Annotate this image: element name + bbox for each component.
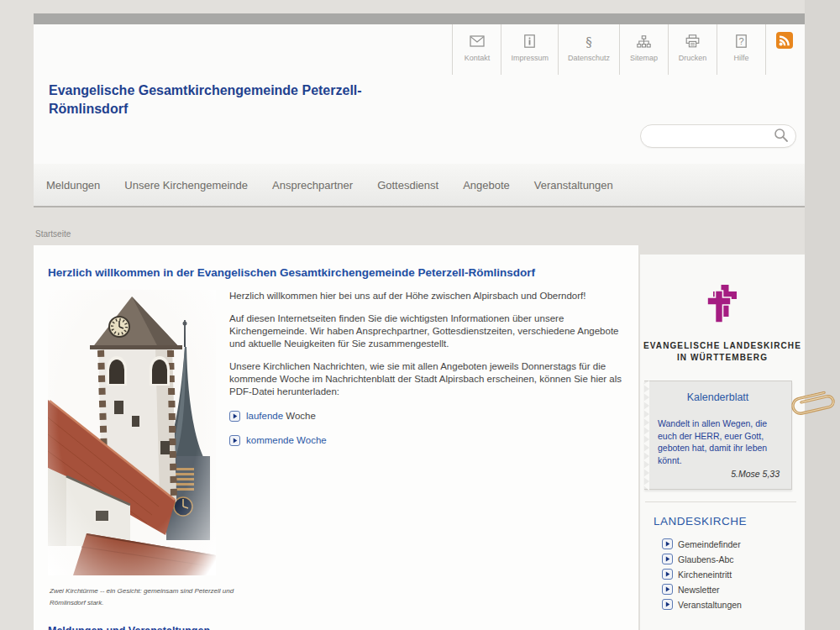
svg-text:?: ? bbox=[738, 36, 743, 46]
search-button[interactable] bbox=[774, 128, 789, 145]
utility-label: Drucken bbox=[679, 54, 707, 62]
logo-text-line2: IN WÜRTTEMBERG bbox=[640, 352, 805, 364]
torn-edge-decoration bbox=[643, 381, 649, 491]
paragraph: Auf diesen Internetseiten finden Sie die… bbox=[229, 312, 624, 350]
link-glaubens-abc[interactable]: Glaubens-Abc bbox=[662, 554, 805, 564]
site-header: Evangelische Gesamtkirchengemeinde Peter… bbox=[34, 24, 805, 164]
search-box bbox=[640, 124, 796, 148]
info-icon bbox=[524, 32, 535, 50]
paragraph: Unsere Kirchlichen Nachrichten, wie sie … bbox=[229, 360, 624, 398]
utility-datenschutz[interactable]: § Datenschutz bbox=[558, 24, 619, 75]
kalenderblatt-title[interactable]: Kalenderblatt bbox=[644, 391, 791, 403]
arrow-link-icon bbox=[229, 411, 240, 422]
utility-label: Kontakt bbox=[465, 54, 491, 62]
utility-impressum[interactable]: Impressum bbox=[501, 24, 558, 75]
kalenderblatt-widget: Kalenderblatt Wandelt in allen Wegen, di… bbox=[644, 381, 792, 490]
arrow-link-icon bbox=[229, 435, 240, 446]
kalenderblatt-source: 5.Mose 5,33 bbox=[644, 469, 780, 479]
paragraph-icon: § bbox=[584, 32, 594, 50]
download-next-week: kommende Woche bbox=[229, 434, 624, 447]
church-photo bbox=[48, 290, 216, 579]
search-input[interactable] bbox=[653, 130, 774, 142]
link-newsletter[interactable]: Newsletter bbox=[662, 584, 805, 595]
utility-sitemap[interactable]: Sitemap bbox=[619, 24, 668, 75]
arrow-link-icon bbox=[662, 569, 673, 580]
rss-icon bbox=[776, 32, 793, 52]
nav-item-unsere-kirchengemeinde[interactable]: Unsere Kirchengemeinde bbox=[124, 179, 248, 192]
utility-drucken[interactable]: Drucken bbox=[668, 24, 717, 75]
arrow-link-icon bbox=[662, 599, 673, 610]
double-cross-icon bbox=[701, 315, 743, 329]
printer-icon bbox=[685, 32, 700, 50]
nav-item-gottesdienst[interactable]: Gottesdienst bbox=[377, 179, 438, 192]
nav-item-meldungen[interactable]: Meldungen bbox=[46, 179, 100, 192]
arrow-link-icon bbox=[662, 584, 673, 595]
link-gemeindefinder[interactable]: Gemeindefinder bbox=[662, 538, 805, 549]
link-kommende-woche[interactable]: kommende Woche bbox=[246, 434, 327, 447]
top-gray-bar bbox=[34, 13, 805, 24]
help-icon: ? bbox=[736, 32, 747, 50]
main-content: Herzlich willkommen in der Evangelischen… bbox=[34, 245, 638, 630]
utility-label: Impressum bbox=[511, 54, 549, 62]
link-kircheneintritt[interactable]: Kircheneintritt bbox=[662, 569, 805, 580]
nav-item-veranstaltungen[interactable]: Veranstaltungen bbox=[534, 179, 613, 192]
landeskirche-links: Gemeindefinder Glaubens-Abc Kircheneintr… bbox=[640, 538, 805, 610]
search-icon bbox=[774, 128, 789, 145]
breadcrumb[interactable]: Startseite bbox=[35, 229, 71, 239]
image-caption: Zwei Kirchtürme -- ein Gesicht: gemeinsa… bbox=[50, 585, 260, 609]
utility-hilfe[interactable]: ? Hilfe bbox=[717, 24, 765, 75]
nav-item-angebote[interactable]: Angebote bbox=[463, 179, 510, 192]
section-heading: Meldungen und Veranstaltungen bbox=[48, 625, 624, 630]
search-area bbox=[640, 124, 796, 148]
nav-item-ansprechpartner[interactable]: Ansprechpartner bbox=[272, 179, 353, 192]
main-nav: Meldungen Unsere Kirchengemeinde Ansprec… bbox=[34, 164, 805, 207]
sidebar: EVANGELISCHE LANDESKIRCHE IN WÜRTTEMBERG… bbox=[640, 255, 805, 630]
utility-label: Datenschutz bbox=[568, 54, 610, 62]
landeskirche-logo[interactable]: EVANGELISCHE LANDESKIRCHE IN WÜRTTEMBERG bbox=[640, 255, 805, 364]
page-background-shade bbox=[805, 0, 840, 630]
link-suffix: Woche bbox=[283, 410, 316, 423]
link-laufende-woche[interactable]: laufende bbox=[246, 410, 283, 423]
link-veranstaltungen[interactable]: Veranstaltungen bbox=[662, 599, 805, 610]
paragraph: Herzlich willkommen hier bei uns auf der… bbox=[229, 290, 624, 302]
landeskirche-section-title: LANDESKIRCHE bbox=[654, 515, 805, 528]
page-container: Evangelische Gesamtkirchengemeinde Peter… bbox=[34, 13, 805, 207]
rss-button[interactable] bbox=[765, 24, 801, 75]
utility-kontakt[interactable]: Kontakt bbox=[452, 24, 501, 75]
kalenderblatt-quote: Wandelt in allen Wegen, die euch der HER… bbox=[658, 417, 781, 466]
svg-text:§: § bbox=[585, 34, 592, 49]
intro-text: Herzlich willkommen hier bei uns auf der… bbox=[229, 290, 624, 579]
utility-nav: Kontakt Impressum § Datenschutz Sitemap bbox=[452, 24, 801, 75]
sidebar-divider bbox=[645, 501, 796, 502]
utility-label: Hilfe bbox=[733, 54, 748, 62]
page-title: Herzlich willkommen in der Evangelischen… bbox=[48, 266, 624, 279]
logo-text-line1: EVANGELISCHE LANDESKIRCHE bbox=[640, 340, 805, 352]
site-title: Evangelische Gesamtkirchengemeinde Peter… bbox=[49, 81, 385, 118]
arrow-link-icon bbox=[662, 538, 673, 549]
envelope-icon bbox=[470, 32, 485, 50]
sitemap-icon bbox=[637, 32, 651, 50]
utility-label: Sitemap bbox=[630, 54, 658, 62]
arrow-link-icon bbox=[662, 554, 673, 564]
download-current-week: laufende Woche bbox=[229, 410, 624, 423]
